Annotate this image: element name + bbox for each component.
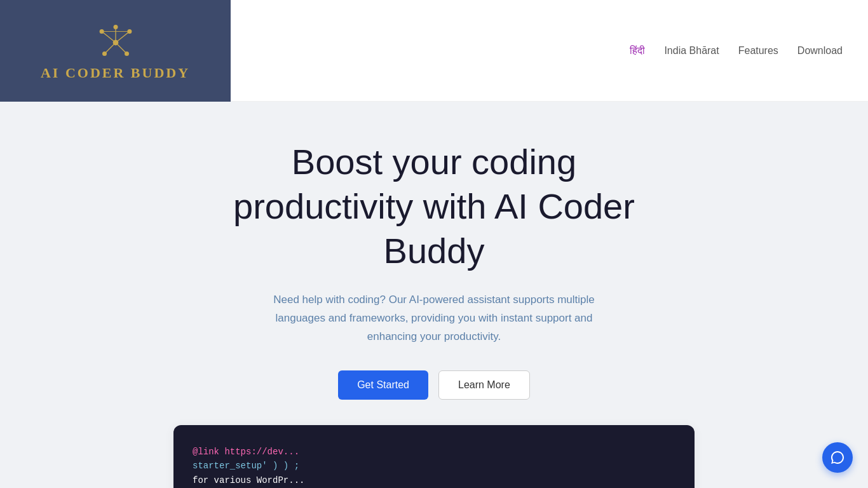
code-lines: @link https://dev... starter_setup' ) ) … — [193, 445, 304, 487]
hero-buttons: Get Started Learn More — [338, 370, 530, 400]
nav-links: हिंदी India Bhārat Features Download — [630, 45, 868, 57]
hero-title: Boost your coding productivity with AI C… — [212, 140, 656, 273]
code-card: @link https://dev... starter_setup' ) ) … — [173, 425, 695, 488]
svg-point-8 — [127, 29, 132, 34]
learn-more-button[interactable]: Learn More — [438, 370, 530, 400]
header: AI CODER BUDDY हिंदी India Bhārat Featur… — [0, 0, 868, 102]
svg-point-11 — [113, 25, 118, 29]
svg-point-9 — [102, 51, 107, 56]
nav-hindi[interactable]: हिंदी — [630, 45, 645, 57]
logo-title: AI CODER BUDDY — [41, 65, 190, 81]
svg-point-6 — [112, 39, 118, 45]
hero-subtitle: Need help with coding? Our AI-powered as… — [256, 291, 612, 346]
code-preview-section: @link https://dev... starter_setup' ) ) … — [0, 419, 868, 488]
code-line-3: for various WordPr... — [193, 473, 304, 487]
code-line-2: starter_setup' ) ) ; — [193, 459, 304, 473]
nav-india[interactable]: India Bhārat — [664, 45, 719, 57]
get-started-button[interactable]: Get Started — [338, 370, 428, 400]
svg-point-7 — [99, 29, 104, 34]
nav-download[interactable]: Download — [797, 45, 843, 57]
logo-block: AI CODER BUDDY — [0, 0, 231, 102]
chat-support-button[interactable] — [822, 442, 853, 473]
hero-section: Boost your coding productivity with AI C… — [0, 102, 868, 419]
nav-features[interactable]: Features — [738, 45, 778, 57]
chat-icon — [830, 450, 845, 465]
code-image: @link https://dev... starter_setup' ) ) … — [173, 425, 695, 488]
neural-network-icon — [93, 20, 138, 65]
svg-point-10 — [125, 51, 129, 56]
code-line-1: @link https://dev... — [193, 445, 304, 459]
